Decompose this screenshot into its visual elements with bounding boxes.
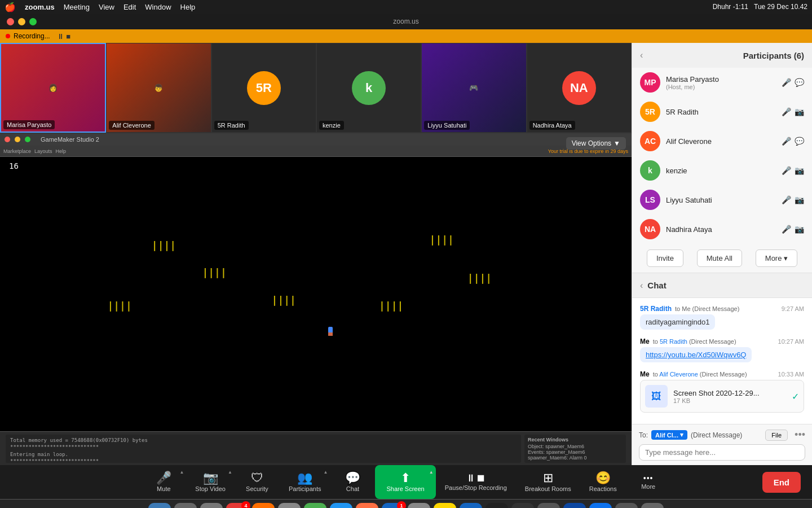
menu-view[interactable]: View — [95, 3, 118, 11]
participant-thumb-liyyu[interactable]: 🎮 Liyyu Satuhati — [421, 43, 526, 133]
participant-controls-marisa: 🎤 💬 — [782, 78, 804, 87]
avatar-5r: 5R — [640, 102, 660, 122]
dock-photos[interactable]: 🌺 — [278, 503, 301, 509]
invite-button[interactable]: Invite — [647, 249, 683, 267]
dock-camo[interactable]: 📷 — [511, 503, 534, 509]
mute-caret-icon[interactable]: ▲ — [179, 470, 184, 475]
gm-minimize-icon[interactable] — [15, 137, 20, 142]
chat-collapse-button[interactable]: ‹ — [640, 281, 643, 291]
menu-app-name[interactable]: zoom.us — [21, 3, 58, 11]
participant-actions: Invite Mute All More ▾ — [632, 244, 812, 273]
dock-spreadsheet[interactable]: 📊 — [615, 503, 638, 509]
gm-menu-marketplace[interactable]: Marketplace — [3, 148, 31, 154]
dock-launchpad[interactable]: ⊞ — [174, 503, 197, 509]
minimize-button[interactable] — [18, 18, 25, 25]
more-options-icon[interactable]: ••• — [795, 429, 805, 441]
toolbar-stop-video[interactable]: ▲ 📷 Stop Video — [186, 465, 235, 499]
participant-thumb-kenzie[interactable]: k kenzie — [316, 43, 421, 133]
recording-controls[interactable]: ⏸ ■ — [57, 32, 70, 41]
chat-file-preview[interactable]: 🖼 Screen Shot 2020-12-29... 17 KB ✓ — [640, 380, 804, 413]
microphone-icon-nadhira: 🎤 — [782, 225, 791, 234]
toolbar-share-screen[interactable]: ▲ ⬆ Share Screen — [375, 465, 435, 499]
dock-appstore[interactable]: 🛍 1 — [382, 503, 404, 509]
participant-controls-kenzie: 🎤 📷 — [782, 166, 804, 175]
dock-zoom-app[interactable]: 🔵 — [563, 503, 586, 509]
more-label: More — [765, 254, 782, 262]
avatar-marisa: MP — [640, 72, 660, 93]
dock-notes[interactable]: 📝 — [434, 503, 456, 509]
toolbar-participants[interactable]: ▲ 👥 Participants — [280, 465, 330, 499]
chat-title: Chat — [647, 281, 666, 290]
gm-expand-icon[interactable] — [25, 137, 30, 142]
more-toolbar-label: More — [641, 483, 655, 490]
menu-window[interactable]: Window — [142, 3, 174, 11]
participant-name-alif: Alif Cleverone — [109, 121, 154, 130]
close-button[interactable] — [7, 18, 14, 25]
participants-caret-icon[interactable]: ▲ — [324, 470, 328, 475]
chat-toolbar-label: Chat — [346, 485, 359, 492]
dock-files[interactable]: 📂 — [200, 503, 223, 509]
chat-message-input[interactable] — [645, 448, 799, 457]
menu-help[interactable]: Help — [177, 3, 199, 11]
view-options-button[interactable]: View Options ▼ — [566, 137, 626, 150]
avatar-liyyu: LS — [640, 190, 660, 210]
participants-collapse-button[interactable]: ‹ — [640, 50, 643, 60]
participant-row-marisa[interactable]: MP Marisa Paryasto (Host, me) 🎤 💬 — [632, 68, 812, 97]
dock-reminders[interactable]: 📋 — [252, 503, 275, 509]
chat-message-1: 5R Radith to Me (Direct Message) 9:27 AM… — [640, 305, 804, 330]
participants-header: ‹ Participants (6) — [632, 43, 812, 68]
mute-all-button[interactable]: Mute All — [697, 249, 742, 267]
share-caret-icon[interactable]: ▲ — [429, 470, 434, 475]
toolbar: ▲ 🎤 Mute ▲ 📷 Stop Video 🛡 Security ▲ 👥 P… — [0, 465, 812, 499]
participant-row-liyyu[interactable]: LS Liyyu Satuhati 🎤 📷 — [632, 185, 812, 214]
dock-calendar[interactable]: 📅 4 — [226, 503, 249, 509]
dock: 🖥 ⊞ 📂 📅 4 📋 🌺 💬 📹 📖 🛍 1 ⚙ 📝 🧭 >_ 📷 🌐 🔵 📹… — [0, 499, 812, 508]
apple-menu[interactable]: 🍎 — [5, 2, 16, 12]
menu-meeting[interactable]: Meeting — [60, 3, 93, 11]
dock-trash[interactable]: 🗑 — [641, 503, 664, 509]
menu-edit[interactable]: Edit — [120, 3, 139, 11]
gm-close-icon[interactable] — [5, 137, 10, 142]
recipient-badge[interactable]: Alif Cl... ▾ — [651, 430, 687, 440]
dock-zoom-main[interactable]: 📹 — [589, 503, 612, 509]
dock-prefs[interactable]: ⚙ — [408, 503, 430, 509]
participant-controls-5r: 🎤 📷 — [782, 107, 804, 116]
toolbar-reactions[interactable]: 😊 Reactions — [580, 465, 626, 499]
chat-bubble-link[interactable]: https://youtu.be/Xd50iWqwv6Q — [640, 347, 752, 362]
check-icon: ✓ — [792, 391, 799, 402]
dock-messages[interactable]: 💬 — [304, 503, 326, 509]
gm-menu-help[interactable]: Help — [56, 148, 67, 154]
dock-terminal[interactable]: >_ — [486, 503, 508, 509]
end-button[interactable]: End — [762, 472, 801, 493]
file-attach-button[interactable]: File — [765, 430, 788, 441]
participant-row-5r[interactable]: 5R 5R Radith 🎤 📷 — [632, 97, 812, 126]
participant-thumb-5r[interactable]: 5R 5R Radith — [211, 43, 316, 133]
toolbar-chat[interactable]: 💬 Chat — [330, 465, 375, 499]
dock-zoom-dock[interactable]: 📹 — [330, 503, 352, 509]
participant-row-alif[interactable]: AC Alif Cleverone 🎤 💬 — [632, 126, 812, 156]
participant-thumb-marisa[interactable]: 👩 Marisa Paryasto — [0, 43, 106, 133]
participant-thumb-nadhira[interactable]: NA Nadhira Ataya — [527, 43, 632, 133]
chat-input-area: To: Alif Cl... ▾ (Direct Message) File •… — [632, 424, 812, 465]
video-caret-icon[interactable]: ▲ — [228, 470, 232, 475]
toolbar-more[interactable]: ••• More — [626, 465, 671, 499]
more-options-button[interactable]: More ▾ — [756, 249, 797, 267]
toolbar-mute[interactable]: ▲ 🎤 Mute — [141, 465, 186, 499]
game-score: 16 — [9, 161, 19, 170]
toolbar-recording[interactable]: ⏸⏹ Pause/Stop Recording — [436, 465, 516, 499]
toolbar-breakout[interactable]: ⊞ Breakout Rooms — [516, 465, 580, 499]
gm-toolbar: Marketplace Layouts Help Your trial is d… — [0, 146, 632, 157]
gm-menu-layouts[interactable]: Layouts — [34, 148, 52, 154]
toolbar-security[interactable]: 🛡 Security — [235, 465, 280, 499]
dock-chrome[interactable]: 🌐 — [537, 503, 560, 509]
participant-thumb-alif[interactable]: 👦 Alif Cleverone — [106, 43, 211, 133]
dock-books[interactable]: 📖 — [356, 503, 378, 509]
microphone-icon-alif: 🎤 — [782, 137, 791, 146]
dock-finder[interactable]: 🖥 — [148, 503, 171, 509]
participant-row-kenzie[interactable]: k kenzie 🎤 📷 — [632, 156, 812, 185]
recording-text: Recording... — [14, 32, 50, 40]
dock-safari[interactable]: 🧭 — [460, 503, 482, 509]
participant-row-nadhira[interactable]: NA Nadhira Ataya 🎤 📷 — [632, 214, 812, 244]
menu-bar: 🍎 zoom.us Meeting View Edit Window Help … — [0, 0, 812, 14]
fullscreen-button[interactable] — [29, 18, 37, 25]
